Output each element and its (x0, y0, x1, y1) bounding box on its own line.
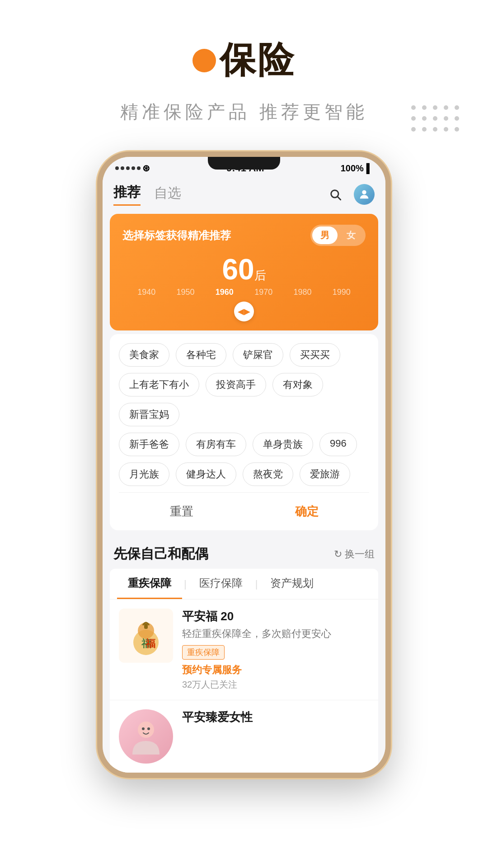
banner-card: 选择标签获得精准推荐 男 女 60后 1940 1950 1960 1970 1… (110, 214, 378, 330)
battery-icon: ▌ (366, 163, 373, 174)
nav-bar: 推荐 自选 (103, 177, 385, 210)
brand-dot-icon (192, 49, 216, 72)
tag-996[interactable]: 996 (319, 433, 357, 456)
product-link-1[interactable]: 预约专属服务 (182, 663, 369, 677)
year-1970: 1970 (254, 288, 272, 297)
product-card-2: 平安臻爱女性 (110, 700, 378, 773)
battery-percent: 100% (341, 163, 364, 174)
change-group-btn[interactable]: ↻ 换一组 (334, 547, 375, 561)
tag-aoyedang[interactable]: 熬夜党 (243, 462, 293, 486)
year-1950: 1950 (176, 288, 194, 297)
tab-recommend[interactable]: 推荐 (113, 183, 141, 206)
svg-text:福: 福 (145, 638, 155, 649)
phone-frame: ⊛ 9:41 AM 100% ▌ 推荐 自选 (97, 151, 391, 778)
change-group-label: 换一组 (345, 547, 375, 561)
phone-mockup: ⊛ 9:41 AM 100% ▌ 推荐 自选 (97, 151, 391, 778)
product-card-1: 福 福 平安福 20 轻症重疾保障全，多次赔付更安心 重疾保障 预约专属服务 3… (110, 599, 378, 700)
gender-male-btn[interactable]: 男 (312, 226, 338, 244)
product-info-2: 平安臻爱女性 (182, 709, 369, 764)
wifi-icon: ⊛ (142, 163, 150, 174)
tag-youduixiang[interactable]: 有对象 (272, 373, 323, 396)
svg-point-8 (138, 722, 154, 738)
tags-row-4: 月光族 健身达人 熬夜党 爱旅游 (119, 462, 369, 486)
product-badge-1: 重疾保障 (182, 645, 225, 660)
gourd-illustration: 福 福 (121, 611, 171, 660)
section-title: 先保自己和配偶 (113, 545, 208, 563)
tag-shangyoula[interactable]: 上有老下有小 (119, 373, 199, 396)
product-desc-1: 轻症重疾保障全，多次赔付更安心 (182, 627, 369, 641)
year-scale: 1940 1950 1960 1970 1980 1990 (122, 288, 366, 297)
nav-icons (326, 184, 375, 205)
brand-subtitle: 精准保险产品 推荐更智能 (120, 99, 367, 124)
tab-divider-1: | (182, 578, 188, 590)
svg-point-9 (142, 727, 145, 730)
person-illustration (123, 714, 169, 759)
reset-button[interactable]: 重置 (152, 500, 211, 523)
tags-section: 美食家 各种宅 铲屎官 买买买 上有老下有小 投资高手 有对象 新晋宝妈 新手爸… (110, 334, 378, 530)
tag-touzi[interactable]: 投资高手 (206, 373, 266, 396)
page-header: 保险 精准保险产品 推荐更智能 (0, 0, 488, 142)
product-image-1: 福 福 (119, 609, 173, 663)
tag-xinbaoma[interactable]: 新晋宝妈 (119, 403, 179, 426)
status-signal: ⊛ (115, 163, 150, 174)
status-battery: 100% ▌ (341, 163, 373, 174)
product-tabs: 重疾保障 | 医疗保障 | 资产规划 (110, 569, 378, 599)
tag-youfang[interactable]: 有房有车 (186, 433, 246, 456)
product-image-2 (119, 709, 173, 764)
product-name-1: 平安福 20 (182, 609, 369, 624)
brand-title-row: 保险 (192, 36, 296, 85)
action-row: 重置 确定 (119, 492, 369, 523)
nav-tabs: 推荐 自选 (113, 183, 181, 206)
product-info-1: 平安福 20 轻症重疾保障全，多次赔付更安心 重疾保障 预约专属服务 32万人已… (182, 609, 369, 691)
tag-jianshen[interactable]: 健身达人 (176, 462, 236, 486)
confirm-button[interactable]: 确定 (277, 500, 337, 523)
tag-yueguang[interactable]: 月光族 (119, 462, 169, 486)
tag-maimai[interactable]: 买买买 (290, 343, 340, 367)
tag-lvyou[interactable]: 爱旅游 (300, 462, 350, 486)
year-1960: 1960 (216, 288, 234, 297)
tags-row-3: 新手爸爸 有房有车 单身贵族 996 (119, 433, 369, 456)
tag-baba[interactable]: 新手爸爸 (119, 433, 179, 456)
tab-custom[interactable]: 自选 (154, 184, 181, 205)
age-suffix: 后 (254, 269, 266, 282)
dots-decoration (411, 105, 461, 133)
banner-top: 选择标签获得精准推荐 男 女 (122, 225, 366, 246)
tags-row-1: 美食家 各种宅 铲屎官 买买买 (119, 343, 369, 367)
svg-point-10 (147, 727, 150, 730)
slider-arrow-btn[interactable]: ◀▶ (234, 302, 254, 321)
age-number: 60 (222, 253, 254, 286)
app-content: 推荐 自选 (103, 177, 385, 773)
tag-danshen[interactable]: 单身贵族 (253, 433, 313, 456)
svg-line-1 (338, 197, 340, 199)
section-header: 先保自己和配偶 ↻ 换一组 (103, 534, 385, 569)
gender-female-btn[interactable]: 女 (338, 226, 364, 244)
year-1940: 1940 (137, 288, 155, 297)
tag-chishi[interactable]: 铲屎官 (233, 343, 283, 367)
gender-toggle[interactable]: 男 女 (310, 225, 366, 246)
tag-meishi[interactable]: 美食家 (119, 343, 169, 367)
slider-arrow: ◀▶ (122, 302, 366, 321)
tag-gezhai[interactable]: 各种宅 (176, 343, 226, 367)
tab-critical-illness[interactable]: 重疾保障 (117, 569, 182, 599)
product-name-2: 平安臻爱女性 (182, 709, 369, 725)
svg-rect-5 (144, 623, 148, 629)
user-avatar[interactable] (354, 184, 375, 205)
svg-point-2 (362, 190, 366, 194)
year-1990: 1990 (333, 288, 351, 297)
tab-asset[interactable]: 资产规划 (259, 569, 324, 599)
product-followers-1: 32万人已关注 (182, 679, 369, 691)
brand-title: 保险 (220, 36, 296, 85)
tab-medical[interactable]: 医疗保障 (188, 569, 253, 599)
refresh-icon: ↻ (334, 548, 342, 560)
search-button[interactable] (326, 185, 345, 204)
age-display: 60后 (122, 250, 366, 286)
tab-divider-2: | (253, 578, 260, 590)
phone-notch (208, 157, 280, 170)
banner-title: 选择标签获得精准推荐 (122, 228, 231, 243)
tags-row-2: 上有老下有小 投资高手 有对象 新晋宝妈 (119, 373, 369, 426)
year-1980: 1980 (293, 288, 311, 297)
